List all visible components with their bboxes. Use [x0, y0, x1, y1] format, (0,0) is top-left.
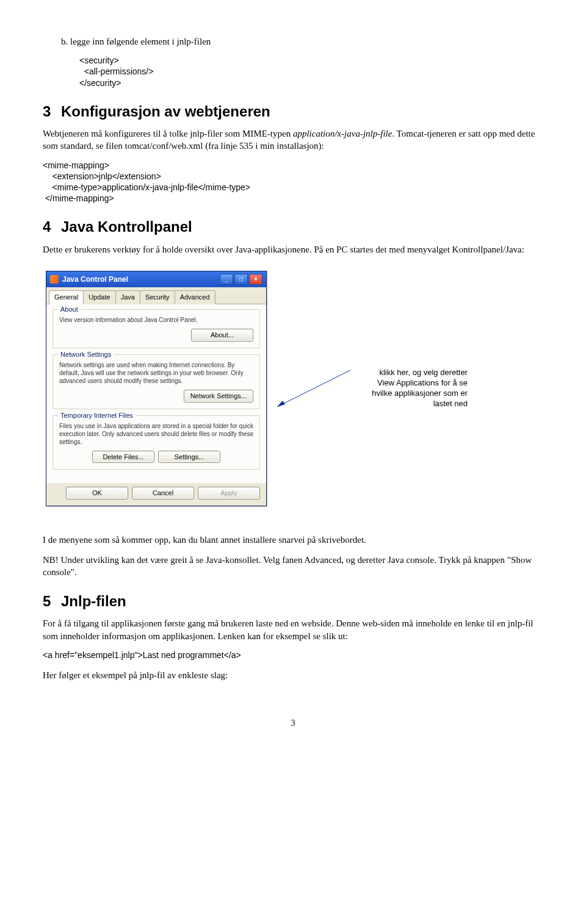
tab-java[interactable]: Java: [115, 290, 140, 304]
cancel-button[interactable]: Cancel: [132, 487, 194, 500]
group-temp-text: Files you use in Java applications are s…: [59, 422, 253, 446]
paragraph-5b: Her følger et eksempel på jnlp-fil av en…: [43, 669, 543, 681]
network-settings-label: Network Settings...: [190, 392, 247, 399]
paragraph-3: Webtjeneren må konfigureres til å tolke …: [43, 127, 543, 152]
minimize-button[interactable]: _: [220, 274, 233, 285]
heading-4-num: 4: [43, 217, 61, 237]
group-about-text: View version information about Java Cont…: [59, 316, 253, 324]
tab-general[interactable]: General: [49, 290, 84, 304]
group-network: Network Settings Network settings are us…: [52, 354, 260, 409]
network-settings-button[interactable]: Network Settings...: [184, 390, 253, 403]
list-item-b: b. legge inn følgende element i jnlp-fil…: [61, 35, 543, 48]
group-about: About View version information about Jav…: [52, 309, 260, 348]
paragraph-5: For å få tilgang til applikasjonen først…: [43, 617, 543, 642]
heading-3-num: 3: [43, 102, 61, 121]
p3-pre: Webtjeneren må konfigureres til å tolke …: [43, 129, 293, 138]
ok-button[interactable]: OK: [66, 487, 128, 500]
group-temp-legend: Temporary Internet Files: [58, 411, 136, 420]
paragraph-after-2: NB! Under utvikling kan det være greit å…: [43, 554, 543, 579]
paragraph-4: Dette er brukerens verktøy for å holde o…: [43, 243, 543, 256]
tab-advanced[interactable]: Advanced: [175, 290, 215, 304]
about-button[interactable]: About...: [191, 329, 253, 342]
maximize-button[interactable]: □: [234, 274, 248, 285]
group-about-legend: About: [58, 305, 81, 314]
code-anchor: <a href="eksempel1.jnlp">Last ned progra…: [43, 650, 543, 661]
callout-arrow-icon: [274, 364, 353, 413]
heading-5: 5Jnlp-filen: [43, 592, 543, 611]
p3-ital: application/x-java-jnlp-file: [293, 129, 392, 138]
tabs: General Update Java Security Advanced: [46, 287, 266, 304]
heading-3-title: Konfigurasjon av webtjeneren: [61, 103, 270, 120]
code-mime: <mime-mapping> <extension>jnlp</extensio…: [43, 160, 543, 204]
delete-files-button[interactable]: Delete Files...: [92, 451, 154, 464]
heading-5-num: 5: [43, 592, 61, 611]
java-icon: [50, 275, 59, 284]
apply-button[interactable]: Apply: [198, 487, 260, 500]
heading-4-title: Java Kontrollpanel: [61, 218, 192, 235]
settings-button[interactable]: Settings...: [158, 451, 220, 464]
code-security: <security> <all-permissions/> </security…: [79, 55, 543, 88]
heading-5-title: Jnlp-filen: [61, 593, 126, 609]
svg-line-0: [277, 370, 350, 407]
cancel-label: Cancel: [153, 489, 173, 496]
paragraph-after-1: I de menyene som så kommer opp, kan du b…: [43, 534, 543, 546]
about-button-label: About...: [211, 331, 234, 338]
window-title: Java Control Panel: [62, 274, 128, 284]
dialog-footer: OK Cancel Apply: [46, 483, 266, 506]
delete-files-label: Delete Files...: [103, 453, 143, 460]
ok-label: OK: [92, 489, 102, 496]
close-button[interactable]: ×: [249, 274, 262, 285]
window-titlebar: Java Control Panel _ □ ×: [46, 271, 266, 287]
java-control-panel-window: Java Control Panel _ □ × General Update …: [46, 271, 267, 506]
panel-body: About View version information about Jav…: [46, 304, 266, 484]
tab-update[interactable]: Update: [83, 290, 115, 304]
heading-3: 3Konfigurasjon av webtjeneren: [43, 102, 543, 121]
heading-4: 4Java Kontrollpanel: [43, 217, 543, 237]
group-network-text: Network settings are used when making In…: [59, 361, 253, 385]
page-number: 3: [43, 718, 543, 729]
group-temp-files: Temporary Internet Files Files you use i…: [52, 415, 260, 470]
svg-marker-1: [277, 401, 285, 407]
tab-security[interactable]: Security: [140, 290, 175, 304]
callout-text: klikk her, og velg deretter View Applica…: [361, 368, 468, 409]
settings-label: Settings...: [175, 453, 204, 460]
apply-label: Apply: [220, 489, 237, 496]
group-network-legend: Network Settings: [58, 350, 114, 359]
screenshot-row: Java Control Panel _ □ × General Update …: [43, 271, 543, 506]
